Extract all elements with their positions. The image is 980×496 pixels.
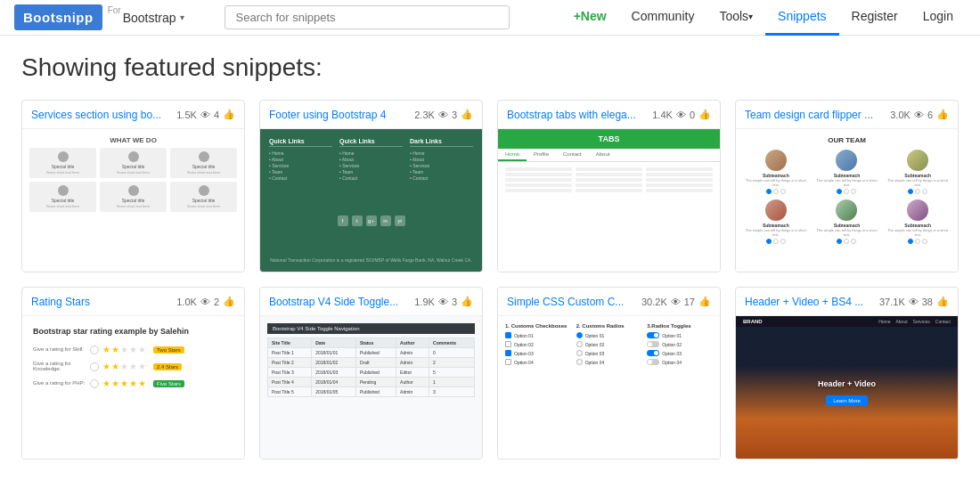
views-count: 1.5K: [176, 110, 197, 120]
page-content: Showing featured snippets: Services sect…: [0, 36, 980, 477]
eye-icon: 👁: [438, 297, 448, 307]
card-preview: OUR TEAM Subteamach The simple can tell …: [736, 129, 958, 272]
card-header: Bootstrap tabs with elega... 1.4K 👁 0 👍: [498, 101, 720, 129]
card-title[interactable]: Footer using Bootstrap 4: [269, 109, 409, 121]
card-title[interactable]: Services section using bo...: [31, 109, 171, 121]
views-count: 2.3K: [414, 110, 435, 120]
views-count: 1.0K: [176, 297, 197, 307]
navbar: Bootsnipp For Bootstrap ▾ +New Community…: [0, 0, 980, 36]
card-stats: 37.1K 👁 38 👍: [879, 296, 949, 307]
snippet-card-rating[interactable]: Rating Stars 1.0K 👁 2 👍 Bootstrap star r…: [21, 287, 245, 459]
views-count: 1.9K: [414, 297, 435, 307]
card-preview: Quick Links • Home• About• Services• Tea…: [260, 129, 482, 272]
thumb-icon: 👍: [461, 109, 473, 120]
search-input[interactable]: [225, 5, 510, 29]
card-stats: 2.3K 👁 3 👍: [414, 109, 473, 120]
likes-count: 38: [922, 297, 933, 307]
card-stats: 30.2K 👁 17 👍: [641, 296, 711, 307]
register-link[interactable]: Register: [839, 0, 911, 36]
brand-logo[interactable]: Bootsnipp: [14, 4, 102, 30]
card-title[interactable]: Bootstrap tabs with elega...: [507, 109, 647, 121]
thumb-icon: 👍: [698, 296, 711, 307]
for-label: For: [108, 5, 121, 15]
eye-icon: 👁: [909, 297, 919, 307]
card-header: Footer using Bootstrap 4 2.3K 👁 3 👍: [260, 101, 482, 129]
likes-count: 3: [452, 297, 457, 307]
card-header: Header + Video + BS4 ... 37.1K 👁 38 👍: [736, 288, 958, 316]
views-count: 1.4K: [652, 110, 673, 120]
navbar-right: +New Community Tools Snippets Register L…: [561, 0, 966, 36]
card-title[interactable]: Simple CSS Custom C...: [507, 296, 636, 308]
eye-icon: 👁: [676, 110, 686, 120]
thumb-icon: 👍: [461, 296, 473, 307]
views-count: 30.2K: [641, 297, 667, 307]
community-link[interactable]: Community: [619, 0, 707, 36]
card-title[interactable]: Header + Video + BS4 ...: [745, 296, 874, 308]
eye-icon: 👁: [200, 110, 210, 120]
card-preview: TABS Home Profile Contact About: [498, 129, 720, 272]
card-header: Simple CSS Custom C... 30.2K 👁 17 👍: [498, 288, 720, 316]
bootstrap-label: Bootstrap: [123, 11, 176, 25]
snippet-grid: Services section using bo... 1.5K 👁 4 👍 …: [21, 100, 959, 459]
card-stats: 3.0K 👁 6 👍: [890, 109, 949, 120]
thumb-icon: 👍: [698, 109, 711, 120]
likes-count: 4: [214, 110, 219, 120]
bootstrap-chevron: ▾: [180, 12, 184, 22]
snippets-link[interactable]: Snippets: [765, 0, 838, 36]
eye-icon: 👁: [914, 110, 924, 120]
card-header: Team design card flipper ... 3.0K 👁 6 👍: [736, 101, 958, 129]
likes-count: 3: [452, 110, 457, 120]
eye-icon: 👁: [438, 110, 448, 120]
card-title[interactable]: Rating Stars: [31, 296, 171, 308]
eye-icon: 👁: [671, 297, 681, 307]
card-preview: BRAND Home About Services Contact Header…: [736, 316, 958, 459]
likes-count: 0: [690, 110, 695, 120]
card-preview: Bootstrap V4 Side Toggle Navigation Site…: [260, 316, 482, 459]
snippet-card-checkboxes[interactable]: Simple CSS Custom C... 30.2K 👁 17 👍 1. C…: [497, 287, 721, 459]
snippet-card-services[interactable]: Services section using bo... 1.5K 👁 4 👍 …: [21, 100, 245, 272]
card-header: Rating Stars 1.0K 👁 2 👍: [22, 288, 244, 316]
thumb-icon: 👍: [936, 109, 949, 120]
page-title: Showing featured snippets:: [21, 53, 959, 82]
card-stats: 1.0K 👁 2 👍: [176, 296, 235, 307]
card-preview: 1. Customs Checkboxes Option 01 Option 0…: [498, 316, 720, 459]
likes-count: 6: [927, 110, 933, 120]
card-stats: 1.4K 👁 0 👍: [652, 109, 711, 120]
card-preview: WHAT WE DO Special titleSome short text …: [22, 129, 244, 272]
card-preview: Bootstrap star rating example by Salehin…: [22, 316, 244, 459]
likes-count: 17: [684, 297, 695, 307]
new-button[interactable]: +New: [561, 0, 619, 36]
snippet-card-toggle[interactable]: Bootstrap V4 Side Toggle... 1.9K 👁 3 👍 B…: [259, 287, 483, 459]
snippet-card-footer[interactable]: Footer using Bootstrap 4 2.3K 👁 3 👍 Quic…: [259, 100, 483, 272]
login-link[interactable]: Login: [911, 0, 966, 36]
snippet-card-tabs[interactable]: Bootstrap tabs with elega... 1.4K 👁 0 👍 …: [497, 100, 721, 272]
card-title[interactable]: Team design card flipper ...: [745, 109, 885, 121]
card-title[interactable]: Bootstrap V4 Side Toggle...: [269, 296, 409, 308]
snippet-card-header-video[interactable]: Header + Video + BS4 ... 37.1K 👁 38 👍 BR…: [735, 287, 959, 459]
thumb-icon: 👍: [223, 296, 235, 307]
snippet-card-team[interactable]: Team design card flipper ... 3.0K 👁 6 👍 …: [735, 100, 959, 272]
card-header: Services section using bo... 1.5K 👁 4 👍: [22, 101, 244, 129]
eye-icon: 👁: [200, 297, 210, 307]
card-stats: 1.9K 👁 3 👍: [414, 296, 473, 307]
likes-count: 2: [214, 297, 219, 307]
search-container: [225, 5, 510, 29]
views-count: 3.0K: [890, 110, 911, 120]
thumb-icon: 👍: [223, 109, 235, 120]
views-count: 37.1K: [879, 297, 905, 307]
card-header: Bootstrap V4 Side Toggle... 1.9K 👁 3 👍: [260, 288, 482, 316]
tools-link[interactable]: Tools: [706, 0, 765, 36]
thumb-icon: 👍: [936, 296, 949, 307]
bootstrap-selector[interactable]: Bootstrap ▾: [123, 11, 184, 25]
card-stats: 1.5K 👁 4 👍: [176, 109, 235, 120]
